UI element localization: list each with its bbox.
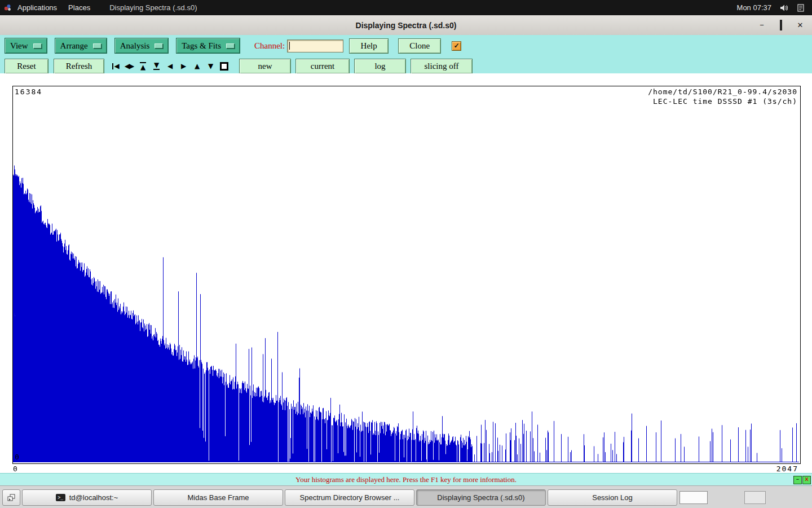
scroll-bottom-end-icon[interactable]: ▼: [150, 59, 162, 73]
spectrum-path: /home/td/S100/R21_0-99.4/s2030: [648, 87, 797, 97]
distribution-logo-icon: [3, 3, 12, 12]
new-button[interactable]: new: [239, 59, 291, 74]
refresh-button[interactable]: Refresh: [54, 59, 104, 74]
close-button[interactable]: ✕: [796, 21, 804, 29]
spectrum-canvas[interactable]: [13, 86, 799, 462]
scroll-left-end-icon[interactable]: ◀: [109, 59, 122, 73]
active-window-indicator[interactable]: Displaying Spectra (.sd.s0): [104, 0, 202, 15]
taskbar-button[interactable]: >_td@localhost:~: [22, 489, 152, 506]
restore-icon: [780, 20, 782, 30]
tray-applet-icon[interactable]: [796, 3, 805, 12]
nav-icon-group: ◀◀▶▲▼◀▶▲▼: [109, 59, 230, 73]
current-button[interactable]: current: [295, 59, 350, 74]
status-minimize-button[interactable]: −: [793, 476, 802, 484]
taskbar-button-label: Midas Base Frame: [187, 493, 249, 502]
help-button[interactable]: Help: [349, 38, 389, 54]
window-titlebar[interactable]: Displaying Spectra (.sd.s0) − ✕: [0, 15, 812, 36]
status-message: Your histograms are displayed here. Pres…: [295, 475, 517, 484]
arrange-menu-button[interactable]: Arrange: [55, 38, 107, 54]
text-caret: [289, 42, 290, 50]
tags-fits-menu-button[interactable]: Tags & Fits: [176, 38, 240, 54]
scroll-right-icon[interactable]: ▶: [177, 59, 189, 73]
analysis-menu-button[interactable]: Analysis: [114, 38, 169, 54]
spectrum-title: LEC-LEC time DSSSD #1 (3s/ch): [648, 97, 797, 106]
toolbar-row-1: View Arrange Analysis Tags & Fits Channe…: [0, 35, 812, 54]
arrange-menu-label: Arrange: [60, 41, 88, 51]
terminal-icon: >_: [56, 494, 65, 501]
taskbar-button-label: td@localhost:~: [69, 493, 118, 502]
panel-left-group: Applications Places Displaying Spectra (…: [0, 0, 202, 15]
places-menu[interactable]: Places: [63, 0, 96, 15]
y-axis-zero-label: 0: [15, 453, 20, 461]
toolbar-row-2: Reset Refresh ◀◀▶▲▼◀▶▲▼ new current log …: [0, 54, 812, 74]
menu-indicator-icon: [155, 43, 163, 49]
x-axis-min-label: 0: [13, 465, 18, 473]
taskbar-button[interactable]: Spectrum Directory Browser ...: [285, 489, 414, 506]
reset-button[interactable]: Reset: [5, 59, 48, 74]
plot-area: 16384 0 0 2047 /home/td/S100/R21_0-99.4/…: [0, 73, 812, 473]
top-panel: Applications Places Displaying Spectra (…: [0, 0, 812, 15]
taskbar-button-label: Displaying Spectra (.sd.s0): [437, 493, 524, 502]
spectrum-header: /home/td/S100/R21_0-99.4/s2030 LEC-LEC t…: [648, 87, 797, 106]
slicing-toggle-button[interactable]: slicing off: [411, 59, 473, 74]
toolbar-checkbox[interactable]: ✓: [452, 41, 461, 51]
status-controls: − X: [793, 476, 811, 484]
tags-fits-menu-label: Tags & Fits: [182, 41, 221, 51]
full-view-icon[interactable]: [218, 59, 230, 73]
show-desktop-icon: [7, 493, 16, 502]
applications-menu[interactable]: Applications: [12, 0, 63, 15]
show-desktop-button[interactable]: [2, 489, 20, 506]
expand-x-icon[interactable]: ◀▶: [123, 59, 135, 73]
taskbar-strip: >_td@localhost:~Midas Base FrameSpectrum…: [2, 489, 677, 506]
window-title: Displaying Spectra (.sd.s0): [356, 21, 457, 30]
minimize-button[interactable]: −: [758, 21, 766, 29]
channel-input[interactable]: [290, 41, 343, 51]
channel-label: Channel:: [254, 41, 285, 51]
taskbar-button[interactable]: Session Log: [548, 489, 677, 506]
taskbar-button[interactable]: Displaying Spectra (.sd.s0): [416, 489, 546, 506]
scroll-left-icon[interactable]: ◀: [164, 59, 176, 73]
view-menu-label: View: [10, 41, 28, 51]
status-bar: Your histograms are displayed here. Pres…: [0, 473, 812, 486]
toolbar: View Arrange Analysis Tags & Fits Channe…: [0, 35, 812, 73]
menu-indicator-icon: [33, 43, 42, 49]
scroll-down-icon[interactable]: ▼: [204, 59, 217, 73]
y-axis-max-label: 16384: [15, 87, 42, 96]
panel-right-group: Mon 07:37: [737, 3, 812, 12]
clone-button[interactable]: Clone: [398, 38, 441, 54]
x-axis-max-label: 2047: [776, 465, 798, 473]
channel-field: [287, 40, 343, 52]
analysis-menu-label: Analysis: [120, 41, 150, 51]
status-close-button[interactable]: X: [802, 476, 811, 484]
restore-button[interactable]: [777, 21, 785, 29]
taskbar: >_td@localhost:~Midas Base FrameSpectrum…: [0, 485, 812, 508]
view-menu-button[interactable]: View: [5, 38, 47, 54]
menu-indicator-icon: [226, 43, 235, 49]
workspace-switcher-active[interactable]: [679, 491, 708, 504]
log-button[interactable]: log: [354, 59, 406, 74]
clock[interactable]: Mon 07:37: [737, 3, 771, 12]
taskbar-button-label: Session Log: [592, 493, 633, 502]
volume-icon[interactable]: [779, 3, 788, 12]
menu-indicator-icon: [93, 43, 102, 49]
scroll-top-end-icon[interactable]: ▲: [136, 59, 149, 73]
taskbar-button-label: Spectrum Directory Browser ...: [300, 493, 400, 502]
taskbar-button[interactable]: Midas Base Frame: [153, 489, 283, 506]
window-controls: − ✕: [758, 15, 804, 35]
workspace-switcher-inactive[interactable]: [744, 491, 766, 504]
scroll-up-icon[interactable]: ▲: [191, 59, 203, 73]
